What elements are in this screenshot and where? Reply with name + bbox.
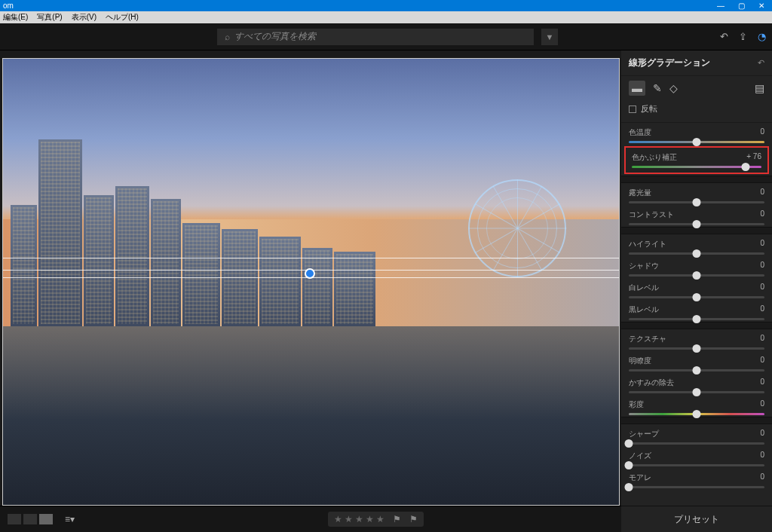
mask-options-icon[interactable]: ▤ xyxy=(755,82,764,94)
single-view-icon[interactable] xyxy=(39,514,53,524)
menu-bar: 編集(E) 写真(P) 表示(V) ヘルプ(H) xyxy=(0,11,772,23)
flag-pick-icon[interactable]: ⚑ xyxy=(393,514,401,524)
slider-saturation[interactable]: 彩度0 xyxy=(621,395,772,417)
maximize-icon[interactable]: ▢ xyxy=(738,2,745,10)
slider-shadows[interactable]: シャドウ0 xyxy=(621,256,772,278)
slider-sharpen[interactable]: シャープ0 xyxy=(621,424,772,446)
slider-dehaze[interactable]: かすみの除去0 xyxy=(621,373,772,395)
slider-contrast[interactable]: コントラスト0 xyxy=(621,205,772,227)
menu-photo[interactable]: 写真(P) xyxy=(35,12,63,23)
star-icon[interactable]: ★ xyxy=(366,514,374,524)
menu-help[interactable]: ヘルプ(H) xyxy=(104,12,140,23)
search-input[interactable]: ⌕ すべての写真を検索 xyxy=(217,29,534,45)
window-controls: — ▢ ✕ xyxy=(717,2,769,10)
eraser-tool-icon[interactable]: ◇ xyxy=(669,82,678,94)
star-icon[interactable]: ★ xyxy=(355,514,363,524)
preset-bar[interactable]: プリセット xyxy=(621,506,772,532)
window-titlebar: om — ▢ ✕ xyxy=(0,0,772,11)
search-icon: ⌕ xyxy=(225,32,230,42)
star-icon[interactable]: ★ xyxy=(334,514,342,524)
grid-large-icon[interactable] xyxy=(23,514,37,524)
slider-tint[interactable]: 色かぶり補正+ 76 xyxy=(624,146,769,174)
slider-whites[interactable]: 白レベル0 xyxy=(621,278,772,300)
preset-label: プリセット xyxy=(674,513,719,526)
slider-clarity[interactable]: 明瞭度0 xyxy=(621,351,772,373)
slider-exposure[interactable]: 露光量0 xyxy=(621,183,772,205)
gradient-pin[interactable] xyxy=(305,268,315,279)
share-icon[interactable]: ⇪ xyxy=(739,31,747,42)
flag-reject-icon[interactable]: ⚑ xyxy=(409,514,418,524)
undo-icon[interactable]: ↶ xyxy=(720,31,728,42)
slider-texture[interactable]: テクスチャ0 xyxy=(621,329,772,351)
minimize-icon[interactable]: — xyxy=(717,2,725,10)
edit-panel: 線形グラデーション ↶ ▬ ✎ ◇ ▤ 反転 色温度0 色かぶり補正+ 76 露… xyxy=(621,50,772,506)
cloud-status-icon[interactable]: ◔ xyxy=(758,31,766,42)
image-canvas[interactable] xyxy=(0,50,621,506)
slider-highlights[interactable]: ハイライト0 xyxy=(621,234,772,256)
star-icon[interactable]: ★ xyxy=(345,514,353,524)
invert-row[interactable]: 反転 xyxy=(621,100,772,123)
gradient-line-top[interactable] xyxy=(3,258,619,258)
slider-blacks[interactable]: 黒レベル0 xyxy=(621,300,772,322)
reset-icon[interactable]: ↶ xyxy=(758,58,764,68)
gradient-tool-icon[interactable]: ▬ xyxy=(629,81,645,96)
invert-checkbox[interactable] xyxy=(629,105,636,113)
menu-edit[interactable]: 編集(E) xyxy=(2,12,29,23)
panel-title: 線形グラデーション xyxy=(629,57,758,69)
top-toolbar: ⌕ すべての写真を検索 ▼ ↶ ⇪ ◔ xyxy=(0,23,772,50)
grid-small-icon[interactable] xyxy=(8,514,21,524)
view-mode-buttons xyxy=(8,514,53,524)
rating-bar[interactable]: ★★★★★ ⚑ ⚑ xyxy=(328,512,424,527)
top-right-tools: ↶ ⇪ ◔ xyxy=(720,31,766,42)
close-icon[interactable]: ✕ xyxy=(758,2,764,10)
invert-label: 反転 xyxy=(641,103,657,115)
sort-button[interactable]: ≡▾ xyxy=(65,514,75,524)
search-placeholder: すべての写真を検索 xyxy=(234,30,316,43)
app-title: om xyxy=(3,2,717,10)
brush-tool-icon[interactable]: ✎ xyxy=(653,82,662,94)
filter-button[interactable]: ▼ xyxy=(541,29,558,45)
menu-view[interactable]: 表示(V) xyxy=(70,12,98,23)
slider-moire[interactable]: モアレ0 xyxy=(621,468,772,490)
mask-tool-row: ▬ ✎ ◇ ▤ xyxy=(621,76,772,100)
slider-temp[interactable]: 色温度0 xyxy=(621,123,772,145)
star-icon[interactable]: ★ xyxy=(376,514,384,524)
slider-noise[interactable]: ノイズ0 xyxy=(621,446,772,468)
panel-header: 線形グラデーション ↶ xyxy=(621,50,772,76)
photo-preview xyxy=(2,58,620,506)
